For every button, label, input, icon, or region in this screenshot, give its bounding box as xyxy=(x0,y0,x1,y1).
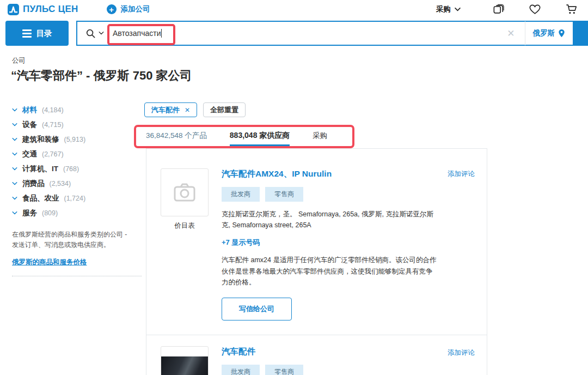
chevron-down-icon xyxy=(12,197,17,200)
sidebar-item-consumer-goods[interactable]: 消费品 (2,534) xyxy=(12,176,138,191)
chevron-down-icon xyxy=(12,108,17,112)
logo[interactable]: ПУЛЬС ЦЕН xyxy=(8,4,78,15)
company-badges: 批发商 零售商 xyxy=(222,187,439,202)
sidebar-item-computers-it[interactable]: 计算机、IT (768) xyxy=(12,161,138,176)
filter-chips: 汽车配件 ✕ 全部重置 xyxy=(144,102,246,117)
tab-procurement[interactable]: 采购 xyxy=(313,131,327,141)
reset-all-button[interactable]: 全部重置 xyxy=(203,102,246,117)
favorites-button[interactable] xyxy=(529,4,541,15)
write-to-company-button[interactable]: 写信给公司 xyxy=(222,298,292,320)
sidebar-item-materials[interactable]: 材料 (4,184) xyxy=(12,102,138,117)
company-photo-placeholder[interactable] xyxy=(161,168,209,216)
company-badges: 批发商 零售商 xyxy=(222,365,439,375)
chevron-down-icon xyxy=(12,182,17,185)
filter-chip-auto-parts[interactable]: 汽车配件 ✕ xyxy=(144,102,197,117)
badge-retailer: 零售商 xyxy=(265,187,303,202)
sidebar-item-equipment[interactable]: 设备 (4,715) xyxy=(12,117,138,132)
company-description: 汽车配件 amx24 是适用于任何汽车的广泛零部件经销商。该公司的合作伙伴是世界… xyxy=(222,255,439,288)
location-pin-icon xyxy=(558,29,565,38)
sidebar-item-food-agriculture[interactable]: 食品、农业 (1,724) xyxy=(12,191,138,205)
company-name[interactable]: 汽车配件 xyxy=(222,346,255,358)
procurement-label: 采购 xyxy=(436,4,451,14)
sidebar-item-transport[interactable]: 交通 (2,767) xyxy=(12,147,138,161)
procurement-menu[interactable]: 采购 xyxy=(436,4,461,14)
search-icon xyxy=(86,29,95,38)
chevron-down-icon xyxy=(12,211,17,215)
tab-products[interactable]: 36,842,548 个产品 xyxy=(146,131,207,141)
camera-icon xyxy=(174,183,195,202)
company-card: 价目表 汽车配件 批发商 零售商 十月镇村，呃。 121，奥斯特罗夫齐，圣。中环… xyxy=(146,335,487,375)
add-company-label: 添加公司 xyxy=(121,4,150,14)
company-photo[interactable] xyxy=(161,346,209,375)
region-selector[interactable]: 俄罗斯 xyxy=(525,28,573,38)
company-card: 价目表 汽车配件AMX24、IP Nurulin 批发商 零售商 克拉斯诺亚尔斯… xyxy=(146,149,487,335)
search-field: Автозапчасти ✕ 俄罗斯 xyxy=(76,21,588,46)
price-list-link[interactable]: 价目表 xyxy=(161,221,209,231)
compare-stack-icon xyxy=(493,4,504,15)
chevron-down-icon xyxy=(12,138,17,141)
sidebar-prices-link[interactable]: 俄罗斯的商品和服务价格 xyxy=(12,258,87,267)
search-row: 目录 Автозапчасти ✕ 俄罗斯 xyxy=(0,20,588,47)
badge-retailer: 零售商 xyxy=(265,365,303,375)
chevron-down-icon xyxy=(12,167,17,171)
heart-icon xyxy=(529,4,541,15)
add-review-link[interactable]: 添加评论 xyxy=(448,348,475,358)
badge-wholesaler: 批发商 xyxy=(222,187,260,202)
text-cursor xyxy=(161,29,162,38)
sidebar-item-services[interactable]: 服务 (809) xyxy=(12,205,138,220)
cart-icon xyxy=(566,4,577,15)
region-label: 俄罗斯 xyxy=(533,28,555,38)
show-phone-button[interactable]: +7 显示号码 xyxy=(222,238,439,247)
cart-button[interactable] xyxy=(566,4,577,15)
top-header: ПУЛЬС ЦЕН + 添加公司 采购 xyxy=(0,0,588,19)
plus-icon: + xyxy=(107,4,117,14)
page-title: “汽车零部件” - 俄罗斯 750 家公司 xyxy=(11,68,192,84)
chevron-down-icon xyxy=(99,32,104,35)
dotted-divider xyxy=(12,276,142,276)
company-address: 克拉斯诺亚尔斯克，圣。 Semafornaya, 265a, 俄罗斯, 克拉斯诺… xyxy=(222,209,439,231)
add-company-button[interactable]: + 添加公司 xyxy=(107,4,150,14)
result-tabs: 36,842,548 个产品 883,048 家供应商 采购 xyxy=(146,131,327,141)
page: ПУЛЬС ЦЕН + 添加公司 采购 目录 xyxy=(0,0,588,375)
search-submit-button[interactable] xyxy=(573,21,587,45)
sidebar-item-construction[interactable]: 建筑和装修 (5,913) xyxy=(12,132,138,147)
sidebar-note: 在俄罗斯经营的商品和服务类别的公司 - 发送订单、写消息或致电供应商。 xyxy=(12,229,133,250)
active-tab-underline xyxy=(230,144,290,147)
pulse-logo-icon xyxy=(8,4,19,15)
badge-wholesaler: 批发商 xyxy=(222,365,260,375)
company-results-panel: 价目表 汽车配件AMX24、IP Nurulin 批发商 零售商 克拉斯诺亚尔斯… xyxy=(146,148,487,375)
catalog-label: 目录 xyxy=(36,28,52,39)
logo-text: ПУЛЬС ЦЕН xyxy=(23,4,78,15)
catalog-button[interactable]: 目录 xyxy=(5,21,69,46)
clear-search-button[interactable]: ✕ xyxy=(497,28,524,39)
hamburger-icon xyxy=(22,29,32,38)
compare-button[interactable] xyxy=(493,4,504,15)
search-input[interactable]: Автозапчасти xyxy=(113,29,497,38)
chevron-down-icon xyxy=(12,153,17,156)
search-query-text: Автозапчасти xyxy=(113,29,161,38)
search-type-selector[interactable] xyxy=(77,29,113,38)
remove-filter-icon[interactable]: ✕ xyxy=(185,106,190,114)
add-review-link[interactable]: 添加评论 xyxy=(448,170,475,179)
tab-suppliers[interactable]: 883,048 家供应商 xyxy=(230,131,290,141)
chevron-down-icon xyxy=(455,8,461,11)
company-thumbnail-image xyxy=(161,356,208,375)
chevron-down-icon xyxy=(12,123,17,126)
breadcrumb[interactable]: 公司 xyxy=(12,56,26,65)
category-sidebar: 材料 (4,184) 设备 (4,715) 建筑和装修 (5,913) 交通 (… xyxy=(12,102,138,276)
company-name[interactable]: 汽车配件AMX24、IP Nurulin xyxy=(222,168,332,180)
